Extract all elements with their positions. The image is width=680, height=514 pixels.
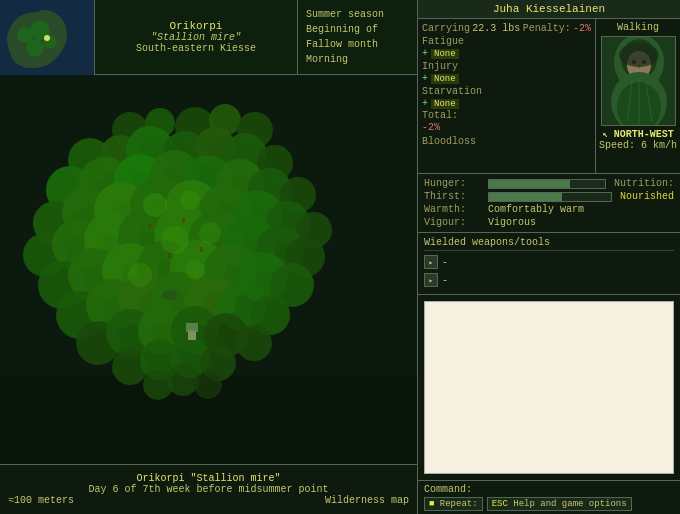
char-portrait-area: Walking bbox=[595, 19, 680, 173]
warmth-label: Warmth: bbox=[424, 204, 484, 215]
direction-arrow: ↖ bbox=[602, 130, 607, 140]
command-label: Command: bbox=[424, 484, 674, 495]
location-sub: "Stallion mire" bbox=[103, 32, 289, 43]
penalty-value: -2% bbox=[573, 23, 591, 34]
carrying-label: Carrying bbox=[422, 23, 470, 34]
svg-rect-86 bbox=[182, 218, 185, 223]
map-type: Wilderness map bbox=[325, 495, 409, 506]
season-text: Summer season Beginning of Fallow month … bbox=[306, 7, 409, 67]
svg-point-9 bbox=[44, 35, 50, 41]
svg-point-81 bbox=[161, 226, 189, 254]
svg-rect-88 bbox=[200, 247, 203, 252]
weapon-icon-2: ▸ bbox=[424, 273, 438, 287]
direction-label: ↖ NORTH-WEST bbox=[602, 129, 673, 140]
image-area bbox=[424, 301, 674, 474]
svg-point-84 bbox=[185, 260, 205, 280]
season-period: Beginning of Fallow month bbox=[306, 22, 409, 52]
carrying-value: 22.3 lbs bbox=[472, 23, 520, 34]
fatigue-none: None bbox=[431, 49, 459, 59]
hunger-bar bbox=[488, 179, 606, 189]
starvation-none: None bbox=[431, 99, 459, 109]
scale-measure: ≈100 meters bbox=[8, 495, 74, 506]
bloodloss-label: Bloodloss bbox=[422, 136, 591, 147]
svg-point-79 bbox=[143, 193, 167, 217]
total-value: -2% bbox=[422, 122, 591, 133]
char-portrait bbox=[601, 36, 676, 126]
repeat-key: ■ bbox=[429, 499, 434, 509]
weapons-area: Wielded weapons/tools ▸ - ▸ - bbox=[418, 233, 680, 295]
location-region: South-eastern Kiesse bbox=[103, 43, 289, 54]
thirst-bar bbox=[488, 192, 612, 202]
weapon-name-1: - bbox=[442, 257, 448, 268]
weapon-row-1: ▸ - bbox=[424, 254, 674, 270]
svg-point-91 bbox=[162, 290, 178, 300]
svg-point-83 bbox=[128, 263, 152, 287]
total-label: Total: bbox=[422, 110, 591, 121]
warmth-value: Comfortably warm bbox=[488, 204, 584, 215]
vitals-area: Hunger: Nutrition: Thirst: Nourished War… bbox=[418, 174, 680, 233]
vigour-value: Vigorous bbox=[488, 217, 536, 228]
top-bar: Orikorpi "Stallion mire" South-eastern K… bbox=[0, 0, 417, 75]
location-info: Orikorpi "Stallion mire" South-eastern K… bbox=[95, 0, 297, 74]
right-panel: Juha Kiesselainen Carrying 22.3 lbs Pena… bbox=[418, 0, 680, 514]
thirst-label: Thirst: bbox=[424, 191, 484, 202]
svg-rect-85 bbox=[148, 223, 151, 228]
bottom-scale: ≈100 meters Wilderness map bbox=[8, 495, 409, 506]
season-time: Morning bbox=[306, 52, 409, 67]
command-area: Command: ■ Repeat: ESC Help and game opt… bbox=[418, 480, 680, 514]
repeat-label: Repeat: bbox=[440, 499, 478, 509]
esc-key: ESC bbox=[492, 499, 508, 509]
bottom-day-info: Day 6 of 7th week before midsummer point bbox=[8, 484, 409, 495]
season-name: Summer season bbox=[306, 7, 409, 22]
injury-label: Injury bbox=[422, 61, 591, 72]
starvation-label: Starvation bbox=[422, 86, 591, 97]
location-name: Orikorpi bbox=[103, 20, 289, 32]
svg-rect-87 bbox=[168, 253, 171, 258]
command-buttons: ■ Repeat: ESC Help and game options bbox=[424, 497, 674, 511]
char-stats-area: Carrying 22.3 lbs Penalty: -2% Fatigue +… bbox=[418, 19, 680, 174]
stats-left: Carrying 22.3 lbs Penalty: -2% Fatigue +… bbox=[418, 19, 595, 173]
fatigue-label: Fatigue bbox=[422, 36, 591, 47]
nutrition-value: Nourished bbox=[620, 191, 674, 202]
injury-plus: + bbox=[422, 73, 428, 84]
nutrition-label: Nutrition: bbox=[614, 178, 674, 189]
thirst-bar-fill bbox=[489, 193, 562, 201]
minimap-area bbox=[0, 0, 95, 75]
injury-none: None bbox=[431, 74, 459, 84]
vigour-label: Vigour: bbox=[424, 217, 484, 228]
esc-button[interactable]: ESC Help and game options bbox=[487, 497, 632, 511]
direction-text: NORTH-WEST bbox=[614, 129, 674, 140]
penalty-label: Penalty: bbox=[523, 23, 571, 34]
season-info: Summer season Beginning of Fallow month … bbox=[297, 0, 417, 74]
fatigue-plus: + bbox=[422, 48, 428, 59]
weapon-row-2: ▸ - bbox=[424, 272, 674, 288]
svg-point-80 bbox=[180, 190, 200, 210]
svg-point-82 bbox=[199, 222, 221, 244]
hunger-label: Hunger: bbox=[424, 178, 484, 189]
svg-point-7 bbox=[26, 39, 44, 57]
left-panel: Orikorpi "Stallion mire" South-eastern K… bbox=[0, 0, 418, 514]
map-area[interactable] bbox=[0, 75, 417, 464]
char-header: Juha Kiesselainen bbox=[418, 0, 680, 19]
svg-point-71 bbox=[236, 325, 272, 361]
carrying-row: Carrying 22.3 lbs Penalty: -2% bbox=[422, 23, 591, 34]
weapon-icon-1: ▸ bbox=[424, 255, 438, 269]
speed-label: Speed: 6 km/h bbox=[599, 140, 677, 151]
main-container: Orikorpi "Stallion mire" South-eastern K… bbox=[0, 0, 680, 514]
svg-point-104 bbox=[619, 43, 659, 67]
svg-point-77 bbox=[167, 364, 199, 396]
weapon-name-2: - bbox=[442, 275, 448, 286]
bottom-bar: Orikorpi "Stallion mire" Day 6 of 7th we… bbox=[0, 464, 417, 514]
starvation-plus: + bbox=[422, 98, 428, 109]
repeat-button[interactable]: ■ Repeat: bbox=[424, 497, 483, 511]
char-name: Juha Kiesselainen bbox=[493, 3, 605, 15]
weapons-title: Wielded weapons/tools bbox=[424, 237, 674, 251]
esc-label: Help and game options bbox=[513, 499, 626, 509]
walking-label: Walking bbox=[617, 22, 659, 33]
svg-rect-90 bbox=[186, 323, 198, 332]
bottom-location-name: Orikorpi "Stallion mire" bbox=[8, 473, 409, 484]
svg-point-78 bbox=[194, 371, 222, 399]
hunger-bar-fill bbox=[489, 180, 570, 188]
